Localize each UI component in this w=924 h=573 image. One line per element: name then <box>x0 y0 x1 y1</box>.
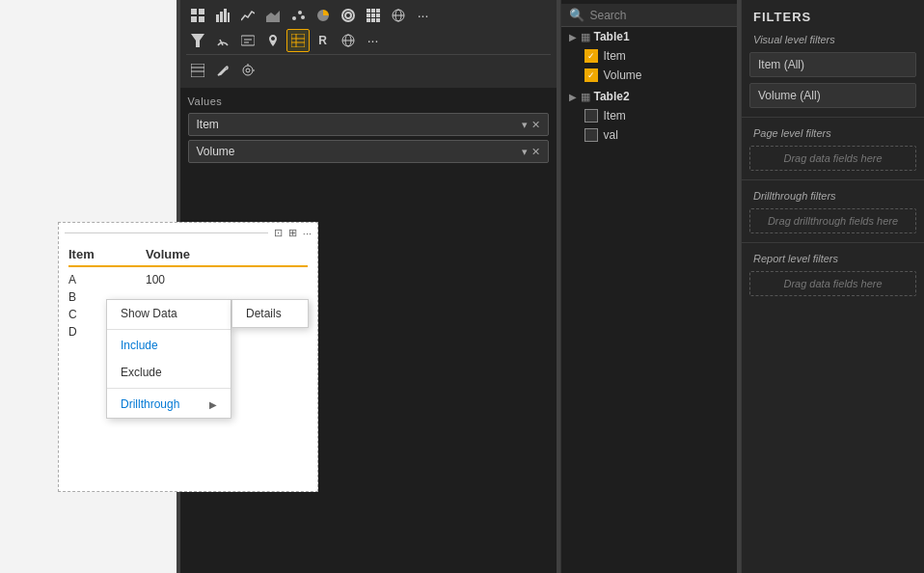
values-field-item-dropdown[interactable]: ▾ <box>522 119 528 131</box>
values-field-item-close[interactable]: ✕ <box>531 119 540 131</box>
toolbar-icon-table-active[interactable] <box>286 29 310 52</box>
toolbar-icon-line-chart[interactable] <box>236 4 259 27</box>
context-menu-include[interactable]: Include <box>107 332 231 359</box>
fields-panel: 🔍 ▶ ▦ Table1 Item Volume ▶ ▦ <box>560 0 738 573</box>
toolbar-icon-scatter[interactable] <box>286 4 310 27</box>
svg-rect-22 <box>376 18 380 22</box>
filter-report-label: Report level filters <box>742 249 924 268</box>
svg-point-11 <box>301 15 305 19</box>
viz-tab-format[interactable] <box>211 59 234 82</box>
field-item-table1-item[interactable]: Item <box>561 46 738 66</box>
field-checkbox-table1-volume[interactable] <box>584 68 598 82</box>
viz-tab-analytics[interactable] <box>236 59 259 82</box>
svg-rect-16 <box>376 9 380 13</box>
table-header-icon-2[interactable]: ⊞ <box>288 227 297 239</box>
table-visual-header: ⊡ ⊞ ··· <box>59 223 317 243</box>
filter-page-label: Page level filters <box>742 123 924 143</box>
field-checkbox-table2-item[interactable] <box>584 109 598 123</box>
field-checkbox-table1-item[interactable] <box>584 49 598 63</box>
table-header-icon-1[interactable]: ⊡ <box>274 227 283 239</box>
values-field-volume-name: Volume <box>197 145 518 158</box>
svg-rect-6 <box>224 9 227 22</box>
svg-rect-5 <box>220 12 223 22</box>
field-group-table1: ▶ ▦ Table1 Item Volume <box>561 27 738 85</box>
filter-item-volume-all[interactable]: Volume (All) <box>749 83 916 108</box>
values-field-item[interactable]: Item ▾ ✕ <box>188 113 549 136</box>
svg-rect-14 <box>367 9 370 13</box>
svg-rect-4 <box>216 14 219 22</box>
table2-table-icon: ▦ <box>581 91 590 103</box>
cell-item-a: A <box>68 273 146 286</box>
toolbar-icon-map[interactable] <box>261 29 285 52</box>
svg-rect-38 <box>191 64 204 77</box>
filters-panel: FILTERS Visual level filters Item (All) … <box>741 0 924 573</box>
svg-point-9 <box>292 16 296 20</box>
values-field-volume[interactable]: Volume ▾ ✕ <box>188 140 549 163</box>
field-group-table2: ▶ ▦ Table2 Item val <box>561 87 738 145</box>
table-header-icon-3[interactable]: ··· <box>303 228 312 239</box>
toolbar-icon-table[interactable] <box>186 4 209 27</box>
filter-report-drag-area: Drag data fields here <box>749 271 916 296</box>
table-row: A 100 <box>68 271 308 288</box>
svg-rect-1 <box>199 9 204 14</box>
field-item-table1-volume[interactable]: Volume <box>561 66 738 85</box>
toolbar-icon-donut[interactable] <box>337 4 360 27</box>
svg-rect-19 <box>376 14 380 17</box>
col-header-volume: Volume <box>146 247 223 261</box>
field-checkbox-table2-val[interactable] <box>584 128 598 142</box>
toolbar-icon-bar-chart[interactable] <box>211 4 234 27</box>
toolbar-icon-globe[interactable] <box>387 4 410 27</box>
toolbar-icon-matrix[interactable] <box>362 4 385 27</box>
expand-arrow-icon: ▶ <box>569 32 577 42</box>
toolbar-icon-pie[interactable] <box>312 4 335 27</box>
svg-point-42 <box>246 68 250 72</box>
toolbar-row-3 <box>186 54 551 82</box>
field-table2-header[interactable]: ▶ ▦ Table2 <box>561 87 738 106</box>
svg-rect-17 <box>367 14 370 17</box>
svg-rect-2 <box>191 16 197 22</box>
toolbar-icon-more2[interactable]: ··· <box>362 29 385 52</box>
table-column-headers: Item Volume <box>68 247 308 267</box>
field-label-table2-item: Item <box>604 109 626 123</box>
context-menu-exclude[interactable]: Exclude <box>107 359 231 386</box>
svg-point-12 <box>342 10 354 21</box>
svg-marker-26 <box>191 34 204 47</box>
toolbar-icon-more[interactable]: ··· <box>412 4 435 27</box>
values-field-volume-dropdown[interactable]: ▾ <box>522 146 528 158</box>
search-bar: 🔍 <box>561 4 738 27</box>
expand-arrow-icon-2: ▶ <box>569 92 577 102</box>
toolbar-icon-gauge[interactable] <box>211 29 234 52</box>
toolbar-icon-funnel[interactable] <box>186 29 209 52</box>
field-table2-name: Table2 <box>594 90 630 103</box>
col-header-item: Item <box>68 247 146 261</box>
field-label-table2-val: val <box>604 128 618 142</box>
svg-rect-0 <box>191 9 197 14</box>
toolbar-row-2: R ··· <box>186 29 551 52</box>
svg-marker-8 <box>266 11 280 22</box>
toolbar-icon-r[interactable]: R <box>312 29 335 52</box>
search-input[interactable] <box>590 9 735 22</box>
submenu-details[interactable]: Details <box>232 300 308 327</box>
toolbar-icon-area-chart[interactable] <box>261 4 285 27</box>
context-menu-show-data[interactable]: Show Data <box>107 300 231 327</box>
svg-rect-7 <box>228 13 230 22</box>
toolbar-icon-card[interactable] <box>236 29 259 52</box>
filter-page-drag-area: Drag data fields here <box>749 146 916 171</box>
toolbar-row-1: ··· <box>186 4 551 27</box>
values-section: Values Item ▾ ✕ Volume ▾ ✕ <box>180 88 557 175</box>
field-table1-header[interactable]: ▶ ▦ Table1 <box>561 27 738 46</box>
field-item-table2-val[interactable]: val <box>561 125 738 145</box>
toolbar-icon-globe2[interactable] <box>337 29 360 52</box>
filter-visual-label: Visual level filters <box>742 30 924 49</box>
viz-tab-fields[interactable] <box>186 59 209 82</box>
field-item-table2-item[interactable]: Item <box>561 106 738 125</box>
svg-point-10 <box>298 11 302 14</box>
values-field-volume-close[interactable]: ✕ <box>531 146 540 158</box>
toolbar-icons: ··· R ·· <box>180 0 557 88</box>
filter-drillthrough-drag-area: Drag drillthrough fields here <box>749 208 916 233</box>
filter-item-item-all[interactable]: Item (All) <box>749 52 916 77</box>
filter-divider-3 <box>742 242 924 243</box>
svg-rect-20 <box>367 18 370 22</box>
svg-point-13 <box>345 13 351 18</box>
context-menu-drillthrough[interactable]: Drillthrough ▶ <box>107 391 231 418</box>
